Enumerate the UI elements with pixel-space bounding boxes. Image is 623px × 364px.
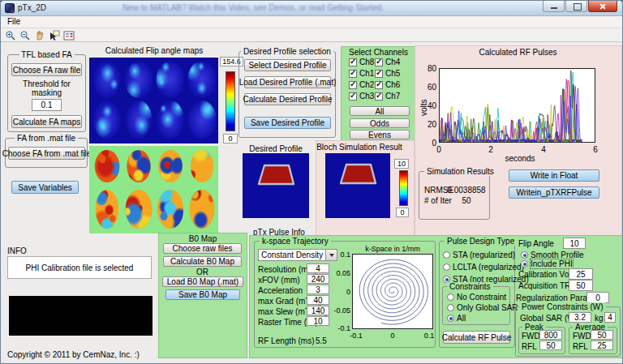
trajectory-dropdown[interactable]: Constant Density Spiral (258, 249, 337, 261)
load-desired-profile-button[interactable]: Load Desired Profile (.mat) (244, 76, 331, 88)
calculate-desired-profile-button[interactable]: Calculate Desired Profile (244, 93, 331, 105)
rf-ytick-60: 60 (417, 83, 436, 92)
minimize-button[interactable] (543, 1, 565, 12)
channels-evens-button[interactable]: Evens (350, 130, 410, 139)
channel-label-ch1[interactable]: Ch1 (359, 69, 374, 78)
channel-checkbox-ch2[interactable] (349, 81, 357, 89)
rf-xtick-2: 2 (483, 145, 499, 154)
nrmse-value: 0.0038858 (445, 186, 488, 195)
avg-rfl-input[interactable]: 25 (591, 340, 613, 350)
ptx2d-window: pTx_2D New to MATLAB? Watch this Video, … (0, 0, 623, 364)
select-desired-profile-button[interactable]: Select Desired Profile (244, 59, 331, 71)
channels-all-button[interactable]: All (350, 106, 410, 116)
raster-time-input[interactable]: 10 (307, 316, 329, 326)
info-label: INFO (7, 246, 27, 255)
threshold-for-masking-label: Threshold for masking (10, 79, 84, 97)
avg-fwd-input[interactable]: 50 (591, 330, 613, 340)
channel-checkbox-ch5[interactable] (375, 70, 383, 78)
kg-label: kg (595, 314, 604, 323)
max-slew-input[interactable]: 140 (307, 306, 329, 315)
bloch-plot (325, 153, 390, 218)
resolution-input[interactable]: 4 (307, 263, 329, 273)
avg-rfl-label: RFL (573, 342, 588, 351)
save-desired-profile-button[interactable]: Save Desired Profile (244, 117, 331, 129)
zoom-out-icon[interactable] (19, 29, 32, 41)
legend-icon[interactable] (62, 29, 75, 41)
acquisition-tr-input[interactable]: 50 (569, 280, 593, 291)
channel-checkbox-ch4[interactable] (375, 58, 383, 66)
app-icon (5, 3, 15, 13)
flip-angle-input[interactable]: 10 (563, 238, 586, 249)
close-button[interactable] (588, 1, 617, 12)
include-phi-label[interactable]: Include PHI (531, 259, 573, 268)
max-grad-input[interactable]: 40 (307, 295, 329, 305)
write-in-float-button[interactable]: Write in Float (509, 169, 599, 182)
include-phi-radio[interactable] (521, 260, 528, 268)
channel-checkbox-ch1[interactable] (349, 70, 357, 78)
pulse-design-type-legend: Pulse Design Type (445, 237, 517, 246)
data-cursor-icon[interactable] (48, 29, 61, 41)
channel-checkbox-ch8[interactable] (349, 58, 357, 66)
channel-label-ch7[interactable]: Ch7 (385, 92, 400, 101)
rf-pulses-title: Calculated RF Pulses (459, 48, 577, 57)
calculate-b0-map-button[interactable]: Calculate B0 Map (163, 256, 242, 267)
title-bar[interactable]: pTx_2D New to MATLAB? Watch this Video, … (1, 1, 622, 16)
rf-xtick-6: 6 (587, 145, 604, 154)
kspace-spiral-plot (352, 254, 433, 329)
save-variables-button[interactable]: Save Variables (11, 181, 79, 194)
save-b0-map-button[interactable]: Save B0 Map (165, 289, 240, 300)
channel-label-ch5[interactable]: Ch5 (385, 69, 400, 78)
calculate-fa-maps-button[interactable]: Calculate FA maps (11, 115, 82, 128)
peak-fwd-input[interactable]: 800 (539, 330, 562, 340)
writein-ptxrfpulse-button[interactable]: Writein_pTXRFPulse (509, 186, 599, 199)
choose-raw-files-button[interactable]: Choose raw files (163, 243, 242, 254)
channel-label-ch4[interactable]: Ch4 (385, 58, 400, 66)
zoom-in-icon[interactable] (4, 29, 17, 41)
lclta-regularized-label[interactable]: LCLTA (regularized) (453, 263, 524, 272)
constraints-all-label[interactable]: All (457, 314, 466, 323)
regularization-parameter-input[interactable]: 0 (586, 292, 609, 303)
smooth-profile-radio[interactable] (521, 251, 528, 259)
constraints-all-radio[interactable] (447, 315, 454, 322)
only-global-sar-radio[interactable] (447, 304, 454, 311)
sta-regularized-radio[interactable] (443, 251, 450, 259)
load-b0-map-button[interactable]: Load B0 Map (.mat) (162, 276, 243, 287)
rf-xtick-4: 4 (535, 145, 552, 154)
lclta-regularized-radio[interactable] (443, 263, 450, 271)
menu-file[interactable]: File (7, 17, 20, 26)
channel-checkbox-ch6[interactable] (375, 81, 383, 89)
only-global-sar-label[interactable]: Only Global SAR (457, 303, 518, 312)
channel-label-ch8[interactable]: Ch8 (359, 58, 374, 66)
channel-label-ch2[interactable]: Ch2 (359, 80, 374, 89)
channel-checkbox-ch3[interactable] (349, 92, 357, 101)
global-sar-input[interactable]: 3.2 (569, 312, 591, 323)
no-constraint-radio[interactable] (447, 293, 454, 301)
rf-xlabel: seconds (488, 154, 552, 163)
channels-odds-button[interactable]: Odds (350, 118, 410, 128)
choose-fa-raw-file-button[interactable]: Choose FA raw file (11, 63, 82, 76)
channel-label-ch3[interactable]: Ch3 (359, 92, 374, 101)
sta-regularized-label[interactable]: STA (regularized) (453, 251, 515, 259)
threshold-input[interactable]: 0.1 (32, 99, 62, 111)
pan-icon[interactable] (33, 29, 46, 41)
choose-fa-from-mat-button[interactable]: Choose FA from .mat file (8, 147, 85, 160)
kg-input[interactable]: 4 (604, 312, 616, 323)
info-display-area (9, 296, 153, 336)
maximize-button[interactable] (565, 1, 587, 12)
kspace-trajectory-legend: k-space Trajectory (260, 237, 331, 246)
xfov-label: xFOV (mm) (258, 276, 300, 285)
channel-label-ch6[interactable]: Ch6 (385, 80, 400, 89)
phase-maps-plot (89, 146, 218, 233)
bloch-cbar-min: 0 (396, 208, 409, 217)
no-constraint-label[interactable]: No Constraint (457, 293, 506, 302)
menu-bar: File (1, 16, 622, 28)
acceleration-input[interactable]: 3 (307, 285, 329, 294)
xfov-input[interactable]: 240 (307, 274, 329, 284)
calibration-voltage-input[interactable]: 25 (569, 268, 593, 280)
kspace-xtick-2: 0.1 (418, 332, 440, 340)
calculate-rf-pulse-button[interactable]: Calculate RF Pulse (443, 331, 510, 344)
channel-checkbox-ch7[interactable] (375, 92, 383, 101)
fa-from-mat-legend: FA from .mat file (15, 134, 78, 143)
smooth-profile-label[interactable]: Smooth Profile (531, 251, 584, 259)
peak-rfl-input[interactable]: 50 (539, 340, 562, 350)
